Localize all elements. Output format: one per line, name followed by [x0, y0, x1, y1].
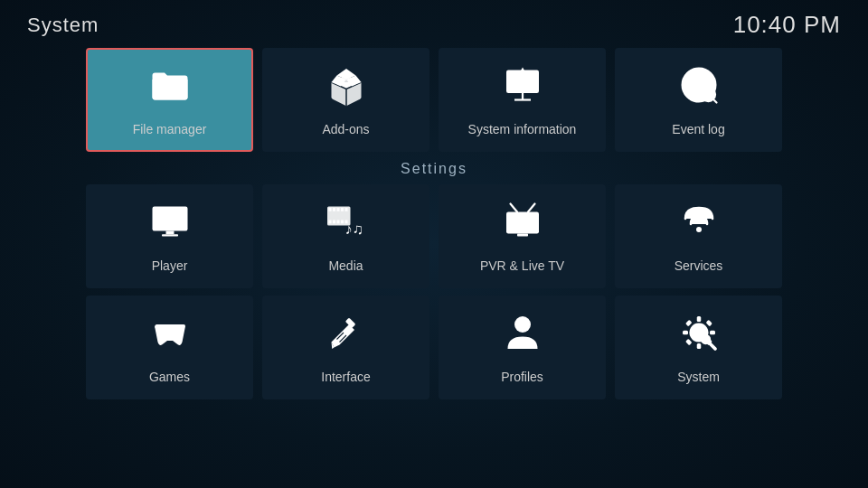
- tile-add-ons-label: Add-ons: [322, 122, 369, 136]
- addons-icon: [325, 63, 368, 113]
- header: System 10:40 PM: [0, 0, 868, 44]
- svg-rect-42: [162, 333, 164, 336]
- svg-rect-19: [162, 234, 178, 236]
- svg-rect-2: [511, 82, 515, 89]
- folder-icon: [148, 63, 192, 113]
- services-icon: [677, 200, 721, 249]
- svg-marker-48: [331, 324, 354, 348]
- tile-player[interactable]: Player: [86, 184, 253, 288]
- tile-event-log-label: Event log: [672, 122, 724, 136]
- tile-media[interactable]: ♪♫ Media: [262, 184, 429, 288]
- tile-pvr-label: PVR & Live TV: [480, 258, 564, 273]
- tile-games[interactable]: Games: [86, 296, 253, 399]
- system-info-icon: [501, 63, 544, 113]
- svg-rect-40: [166, 332, 170, 333]
- svg-point-46: [178, 333, 182, 336]
- svg-point-52: [514, 316, 531, 333]
- svg-line-34: [510, 204, 517, 212]
- svg-point-36: [521, 221, 524, 224]
- svg-rect-58: [685, 320, 692, 326]
- games-icon: [148, 311, 192, 361]
- svg-rect-3: [517, 79, 522, 89]
- svg-rect-57: [710, 331, 715, 335]
- tile-event-log[interactable]: Event log: [615, 48, 782, 152]
- svg-rect-37: [517, 234, 528, 237]
- settings-title: Settings: [0, 161, 868, 177]
- svg-rect-59: [705, 320, 712, 326]
- tile-media-label: Media: [328, 258, 363, 273]
- svg-marker-8: [520, 68, 525, 72]
- svg-rect-54: [696, 316, 701, 322]
- tile-system-information[interactable]: System information: [439, 48, 606, 152]
- svg-point-45: [174, 333, 177, 336]
- svg-rect-56: [683, 331, 688, 335]
- svg-point-53: [694, 329, 703, 337]
- app-title: System: [27, 14, 99, 37]
- tile-player-label: Player: [152, 258, 188, 273]
- pvr-icon: [501, 200, 544, 249]
- svg-rect-41: [162, 329, 164, 333]
- svg-rect-55: [696, 343, 701, 349]
- svg-point-44: [178, 328, 182, 332]
- svg-rect-4: [523, 76, 527, 89]
- tile-profiles-label: Profiles: [501, 370, 543, 384]
- tile-games-label: Games: [149, 370, 190, 384]
- settings-row-1: Player ♪♫: [0, 184, 868, 288]
- tile-interface-label: Interface: [321, 370, 370, 384]
- svg-rect-60: [685, 339, 692, 345]
- settings-row-2: Games Interface: [0, 296, 868, 399]
- clock: 10:40 PM: [733, 11, 841, 39]
- svg-point-38: [696, 227, 702, 232]
- svg-rect-21: [328, 208, 331, 211]
- top-row: File manager Add-ons: [0, 48, 868, 152]
- tile-interface[interactable]: Interface: [262, 296, 429, 399]
- svg-rect-24: [341, 208, 344, 211]
- tile-system[interactable]: System: [615, 296, 782, 399]
- event-log-icon: [677, 63, 721, 113]
- svg-rect-26: [328, 221, 331, 224]
- tile-file-manager-label: File manager: [133, 122, 207, 136]
- tile-system-label: System: [677, 370, 720, 384]
- tile-services[interactable]: Services: [615, 184, 782, 288]
- tile-services-label: Services: [675, 258, 723, 273]
- media-icon: ♪♫: [325, 200, 368, 249]
- svg-rect-29: [341, 221, 344, 224]
- svg-rect-28: [336, 221, 339, 224]
- svg-rect-22: [333, 208, 335, 211]
- tile-system-information-label: System information: [468, 122, 577, 136]
- tile-file-manager[interactable]: File manager: [86, 48, 253, 152]
- svg-line-13: [712, 99, 717, 103]
- profiles-icon: [501, 311, 544, 361]
- svg-rect-5: [529, 80, 533, 89]
- tile-add-ons[interactable]: Add-ons: [262, 48, 429, 152]
- svg-rect-18: [165, 231, 174, 235]
- svg-point-63: [702, 335, 710, 343]
- tile-profiles[interactable]: Profiles: [439, 296, 606, 399]
- svg-rect-27: [333, 221, 335, 224]
- settings-section: Settings Player: [0, 161, 868, 399]
- svg-point-14: [704, 91, 712, 99]
- svg-point-43: [174, 328, 177, 332]
- tile-pvr-live-tv[interactable]: PVR & Live TV: [439, 184, 606, 288]
- svg-line-35: [528, 204, 535, 212]
- interface-icon: [325, 311, 368, 361]
- svg-rect-25: [344, 208, 347, 211]
- player-icon: [148, 200, 192, 249]
- system-icon: [677, 311, 721, 361]
- svg-rect-23: [336, 208, 339, 211]
- svg-text:♪♫: ♪♫: [344, 221, 363, 237]
